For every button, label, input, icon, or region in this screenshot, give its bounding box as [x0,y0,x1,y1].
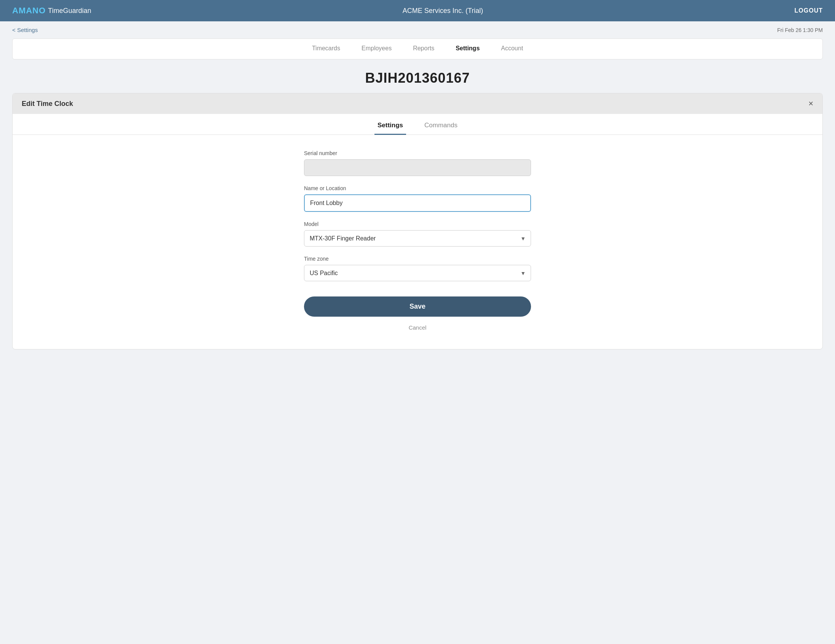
tab-employees[interactable]: Employees [351,39,402,59]
logout-button[interactable]: LOGOUT [794,7,823,14]
timezone-group: Time zone US Pacific US Eastern US Centr… [304,256,531,281]
model-select-wrapper: MTX-30F Finger Reader MTX-15 Proximity B… [304,230,531,247]
timezone-label: Time zone [304,256,531,262]
model-select[interactable]: MTX-30F Finger Reader MTX-15 Proximity B… [304,230,531,247]
timezone-select-wrapper: US Pacific US Eastern US Central US Moun… [304,265,531,281]
save-button[interactable]: Save [304,296,531,317]
close-button[interactable]: × [808,99,813,108]
card-header: Edit Time Clock × [13,93,822,114]
inner-tab-commands[interactable]: Commands [421,117,461,135]
header-title: ACME Services Inc. (Trial) [403,7,483,15]
tab-timecards[interactable]: Timecards [301,39,351,59]
serial-number-label: Serial number [304,150,531,156]
edit-time-clock-card: Edit Time Clock × Settings Commands Seri… [12,93,823,350]
datetime-display: Fri Feb 26 1:30 PM [777,27,823,33]
tab-account[interactable]: Account [490,39,534,59]
model-group: Model MTX-30F Finger Reader MTX-15 Proxi… [304,221,531,247]
model-label: Model [304,221,531,227]
tab-settings[interactable]: Settings [445,39,490,59]
nav-tabs-bar: Timecards Employees Reports Settings Acc… [12,39,823,59]
form-body: Serial number Name or Location Model MTX… [292,135,543,349]
serial-number-group: Serial number [304,150,531,176]
serial-number-input [304,159,531,176]
tab-reports[interactable]: Reports [402,39,445,59]
page-title: BJIH201360167 [0,70,835,86]
card-header-title: Edit Time Clock [22,100,73,108]
inner-tabs: Settings Commands [13,114,822,135]
page-title-wrap: BJIH201360167 [0,59,835,93]
timezone-select[interactable]: US Pacific US Eastern US Central US Moun… [304,265,531,281]
logo-amano: AMANO [12,6,46,16]
name-location-input[interactable] [304,194,531,212]
inner-tab-settings[interactable]: Settings [374,117,406,135]
app-header: AMANO TimeGuardian ACME Services Inc. (T… [0,0,835,21]
name-location-group: Name or Location [304,185,531,212]
cancel-link[interactable]: Cancel [304,324,531,337]
back-link[interactable]: < Settings [12,27,38,33]
logo-timeguardian: TimeGuardian [48,7,91,15]
sub-header: < Settings Fri Feb 26 1:30 PM [0,21,835,39]
name-location-label: Name or Location [304,185,531,191]
logo: AMANO TimeGuardian [12,6,91,16]
